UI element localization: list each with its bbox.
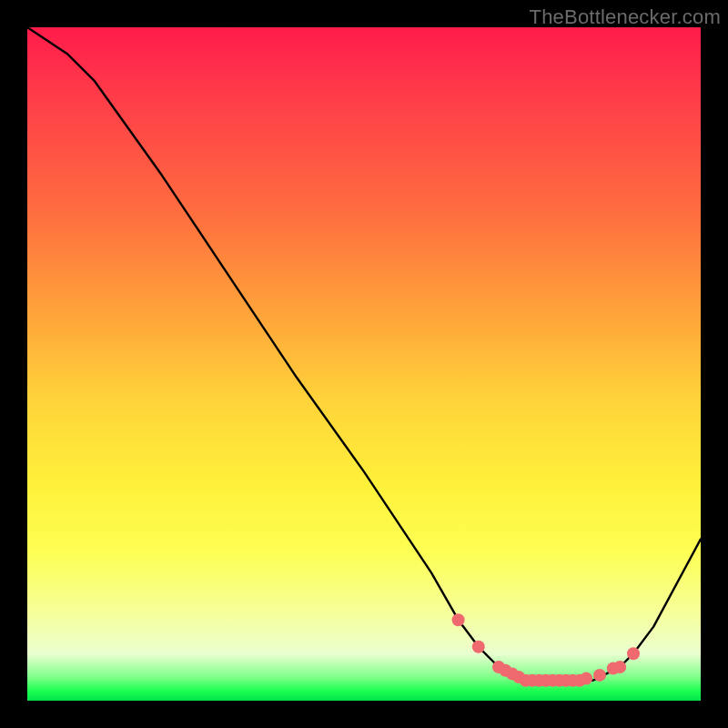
marker-dot — [593, 669, 606, 682]
marker-dot — [580, 672, 592, 685]
marker-dot — [452, 613, 465, 626]
marker-group — [452, 613, 640, 687]
chart-svg — [27, 27, 701, 701]
plot-area — [27, 27, 701, 701]
marker-dot — [627, 647, 640, 660]
marker-dot — [613, 661, 626, 673]
watermark-label: TheBottlenecker.com — [530, 5, 721, 29]
chart-frame: TheBottlenecker.com — [0, 0, 728, 728]
marker-dot — [472, 641, 485, 653]
bottleneck-curve — [27, 27, 701, 681]
